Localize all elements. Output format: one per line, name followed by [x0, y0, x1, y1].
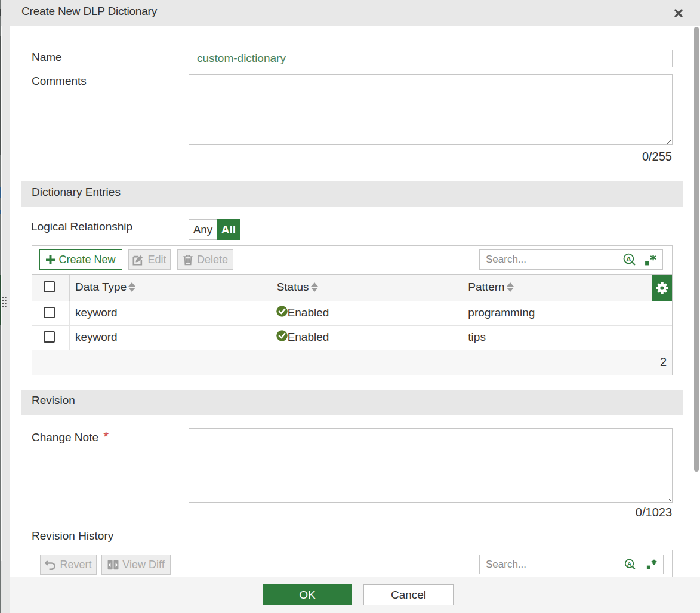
svg-text:A: A [626, 255, 631, 263]
svg-text:A: A [627, 560, 631, 567]
